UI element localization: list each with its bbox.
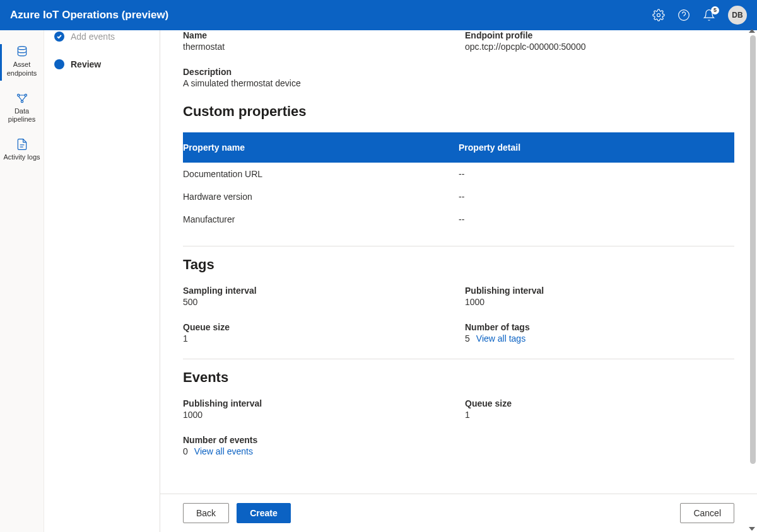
wizard-footer: Back Create Cancel: [160, 494, 757, 532]
step-add-events[interactable]: Add events: [54, 32, 150, 50]
prop-name: Manufacturer: [183, 214, 459, 224]
rail-activity-logs[interactable]: Activity logs: [0, 132, 44, 170]
prop-detail: --: [459, 214, 734, 224]
events-number-value: 0: [183, 446, 188, 456]
col-name: Property name: [183, 142, 459, 153]
description-label: Description: [183, 67, 734, 77]
name-value: thermostat: [183, 42, 452, 52]
rail-asset-endpoints[interactable]: Asset endpoints: [0, 39, 44, 86]
help-button[interactable]: [678, 9, 690, 21]
events-queue-value: 1: [465, 410, 734, 420]
svg-point-1: [679, 10, 690, 21]
svg-point-6: [21, 100, 23, 102]
gear-icon: [652, 9, 665, 21]
top-header: Azure IoT Operations (preview) 5 DB: [0, 0, 757, 30]
custom-props-table: Property name Property detail Documentat…: [183, 132, 734, 231]
check-circle-icon: [54, 32, 64, 42]
cancel-button[interactable]: Cancel: [680, 503, 734, 523]
view-all-events-link[interactable]: View all events: [194, 446, 253, 456]
tags-publishing-label: Publishing interval: [465, 286, 734, 296]
table-row: Manufacturer --: [183, 208, 734, 231]
svg-point-5: [25, 94, 26, 96]
prop-name: Documentation URL: [183, 169, 459, 179]
wizard-steps: Add events Review: [44, 30, 160, 532]
rail-item-label: Activity logs: [3, 153, 40, 162]
endpoint-label: Endpoint profile: [465, 30, 734, 40]
notifications-button[interactable]: 5: [703, 9, 715, 21]
step-review[interactable]: Review: [54, 50, 150, 78]
help-icon: [678, 9, 690, 21]
tags-publishing-value: 1000: [465, 297, 734, 307]
prop-detail: --: [459, 192, 734, 202]
rail-item-label: Asset endpoints: [3, 61, 41, 78]
events-queue-label: Queue size: [465, 398, 734, 408]
prop-name: Hardware version: [183, 192, 459, 202]
header-actions: 5 DB: [652, 6, 747, 25]
step-label: Review: [71, 59, 101, 69]
tags-queue-value: 1: [183, 333, 452, 344]
prop-detail: --: [459, 169, 734, 179]
endpoint-value: opc.tcp://opcplc-000000:50000: [465, 42, 734, 52]
custom-props-title: Custom properties: [183, 103, 734, 120]
svg-point-0: [657, 14, 660, 17]
log-icon: [16, 138, 28, 151]
left-rail: Asset endpoints Data pipelines Activity …: [0, 30, 44, 532]
divider: [183, 359, 734, 359]
svg-point-3: [18, 47, 26, 50]
events-title: Events: [183, 369, 734, 386]
events-publishing-label: Publishing interval: [183, 398, 452, 408]
sampling-label: Sampling interval: [183, 286, 452, 296]
notification-badge: 5: [711, 6, 719, 14]
rail-data-pipelines[interactable]: Data pipelines: [0, 86, 44, 132]
tags-title: Tags: [183, 257, 734, 273]
tags-number-label: Number of tags: [465, 322, 734, 332]
database-icon: [16, 45, 28, 58]
sampling-value: 500: [183, 297, 452, 307]
tags-number-value: 5: [465, 333, 470, 344]
create-button[interactable]: Create: [237, 503, 291, 523]
name-label: Name: [183, 30, 452, 40]
step-current-icon: [54, 59, 64, 69]
step-label: Add events: [71, 32, 115, 42]
app-title: Azure IoT Operations (preview): [10, 9, 652, 21]
col-detail: Property detail: [459, 142, 734, 153]
table-row: Hardware version --: [183, 185, 734, 208]
settings-button[interactable]: [652, 9, 665, 21]
events-number-label: Number of events: [183, 435, 734, 445]
description-value: A simulated thermostat device: [183, 78, 734, 88]
table-header: Property name Property detail: [183, 132, 734, 163]
divider: [183, 246, 734, 246]
tags-queue-label: Queue size: [183, 322, 452, 332]
back-button[interactable]: Back: [183, 503, 229, 523]
table-row: Documentation URL --: [183, 163, 734, 185]
view-all-tags-link[interactable]: View all tags: [476, 333, 525, 344]
review-content: Name thermostat Endpoint profile opc.tcp…: [160, 30, 757, 494]
svg-point-4: [17, 94, 19, 96]
pipeline-icon: [16, 92, 28, 105]
events-publishing-value: 1000: [183, 410, 452, 420]
rail-item-label: Data pipelines: [3, 107, 41, 125]
avatar[interactable]: DB: [728, 6, 747, 25]
